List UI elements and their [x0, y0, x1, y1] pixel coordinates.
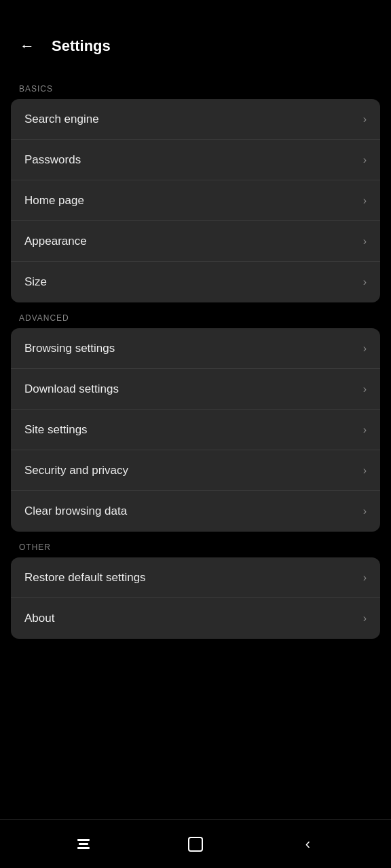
chevron-right-icon: › — [363, 383, 367, 395]
chevron-right-icon: › — [363, 235, 367, 248]
chevron-right-icon: › — [363, 572, 367, 584]
home-icon — [188, 837, 203, 852]
back-arrow-icon: ← — [20, 37, 35, 55]
recent-apps-icon — [77, 839, 90, 849]
sidebar-item-clear-browsing-data[interactable]: Clear browsing data › — [11, 491, 380, 532]
chevron-right-icon: › — [363, 154, 367, 166]
download-settings-label: Download settings — [24, 382, 119, 396]
sidebar-item-search-engine[interactable]: Search engine › — [11, 99, 380, 140]
page-title: Settings — [52, 37, 111, 55]
header: ← Settings — [0, 0, 391, 73]
chevron-right-icon: › — [363, 424, 367, 436]
site-settings-label: Site settings — [24, 423, 88, 437]
chevron-right-icon: › — [363, 113, 367, 125]
chevron-right-icon: › — [363, 195, 367, 207]
size-label: Size — [24, 275, 47, 289]
chevron-right-icon: › — [363, 342, 367, 355]
back-nav-button[interactable]: ‹ — [287, 831, 328, 858]
advanced-section: ADVANCED Browsing settings › Download se… — [0, 313, 391, 532]
sidebar-item-restore-default[interactable]: Restore default settings › — [11, 557, 380, 598]
sidebar-item-appearance[interactable]: Appearance › — [11, 221, 380, 262]
sidebar-item-home-page[interactable]: Home page › — [11, 180, 380, 221]
basics-section: BASICS Search engine › Passwords › Home … — [0, 84, 391, 302]
basics-card: Search engine › Passwords › Home page › … — [11, 99, 380, 302]
restore-default-label: Restore default settings — [24, 571, 146, 585]
sidebar-item-size[interactable]: Size › — [11, 262, 380, 302]
security-privacy-label: Security and privacy — [24, 464, 128, 477]
appearance-label: Appearance — [24, 235, 87, 248]
back-button[interactable]: ← — [14, 33, 41, 60]
other-section-label: OTHER — [0, 542, 391, 557]
passwords-label: Passwords — [24, 153, 81, 167]
home-button[interactable] — [175, 831, 216, 858]
sidebar-item-download-settings[interactable]: Download settings › — [11, 369, 380, 410]
sidebar-item-passwords[interactable]: Passwords › — [11, 140, 380, 180]
other-section: OTHER Restore default settings › About › — [0, 542, 391, 639]
basics-section-label: BASICS — [0, 84, 391, 99]
settings-content: BASICS Search engine › Passwords › Home … — [0, 84, 391, 698]
home-page-label: Home page — [24, 194, 84, 208]
sidebar-item-site-settings[interactable]: Site settings › — [11, 410, 380, 450]
other-card: Restore default settings › About › — [11, 557, 380, 639]
sidebar-item-about[interactable]: About › — [11, 598, 380, 639]
sidebar-item-browsing-settings[interactable]: Browsing settings › — [11, 328, 380, 369]
chevron-right-icon: › — [363, 505, 367, 517]
advanced-section-label: ADVANCED — [0, 313, 391, 328]
chevron-right-icon: › — [363, 465, 367, 477]
search-engine-label: Search engine — [24, 113, 99, 126]
chevron-right-icon: › — [363, 276, 367, 288]
browsing-settings-label: Browsing settings — [24, 342, 115, 355]
clear-browsing-data-label: Clear browsing data — [24, 505, 127, 518]
advanced-card: Browsing settings › Download settings › … — [11, 328, 380, 532]
bottom-navigation: ‹ — [0, 819, 391, 868]
chevron-right-icon: › — [363, 612, 367, 625]
back-nav-icon: ‹ — [305, 835, 310, 853]
recent-apps-button[interactable] — [63, 831, 104, 858]
about-label: About — [24, 612, 54, 625]
sidebar-item-security-privacy[interactable]: Security and privacy › — [11, 450, 380, 491]
